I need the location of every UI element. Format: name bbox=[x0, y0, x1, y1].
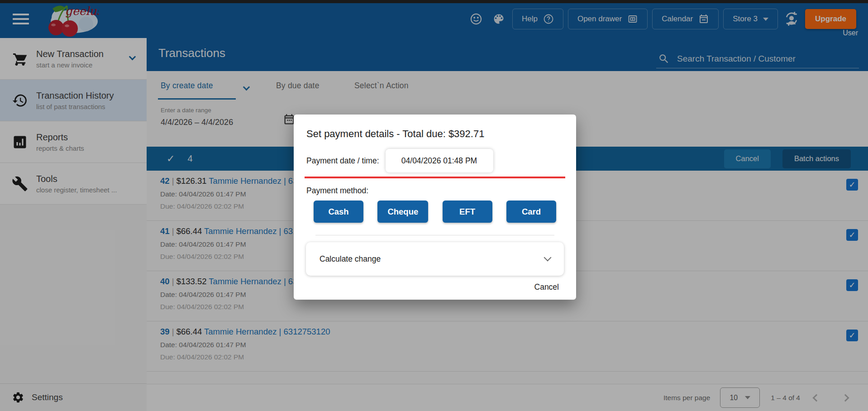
dialog-cancel-button[interactable]: Cancel bbox=[534, 282, 559, 292]
chevron-down-icon bbox=[544, 254, 552, 262]
dialog-title: Set payment details - Total due: $392.71 bbox=[294, 115, 576, 140]
payment-method-cash-button[interactable]: Cash bbox=[314, 201, 363, 223]
payment-datetime-field[interactable]: 04/04/2026 01:48 PM bbox=[386, 149, 493, 172]
set-payment-details-dialog: Set payment details - Total due: $392.71… bbox=[294, 115, 576, 300]
divider bbox=[315, 235, 554, 235]
payment-method-eft-button[interactable]: EFT bbox=[443, 201, 492, 223]
calculate-change-label: Calculate change bbox=[320, 254, 381, 264]
calculate-change-expander[interactable]: Calculate change bbox=[306, 242, 564, 276]
payment-method-card-button[interactable]: Card bbox=[506, 201, 556, 223]
payment-method-label: Payment method: bbox=[294, 178, 576, 196]
payment-method-cheque-button[interactable]: Cheque bbox=[377, 201, 428, 223]
payment-date-label: Payment date / time: bbox=[306, 156, 379, 166]
app-screen: geelus Help bbox=[0, 0, 868, 411]
